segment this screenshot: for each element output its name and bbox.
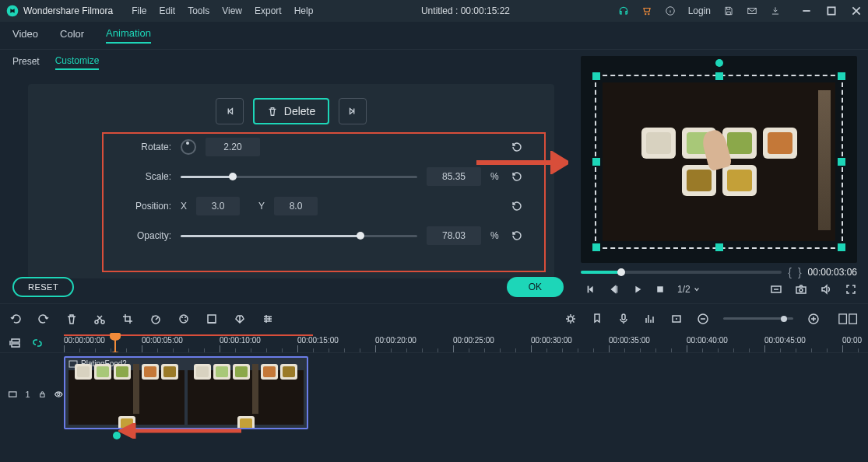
opacity-slider[interactable]: [181, 235, 417, 237]
delete-icon[interactable]: [65, 313, 78, 325]
adjust-icon[interactable]: [262, 313, 274, 325]
mail-icon[interactable]: [747, 5, 757, 16]
handle-mid-right[interactable]: [838, 158, 845, 166]
playback-progress[interactable]: [581, 271, 782, 274]
rotate-reset-icon[interactable]: [511, 141, 523, 153]
mark-out-icon[interactable]: }: [798, 266, 802, 278]
snapshot-icon[interactable]: [795, 283, 807, 296]
window-close-button[interactable]: [851, 5, 862, 16]
rotate-handle[interactable]: [715, 59, 723, 67]
tab-video[interactable]: Video: [12, 28, 38, 43]
video-track: 1 PlatingFood2: [0, 353, 868, 436]
handle-mid-left[interactable]: [592, 158, 600, 166]
fullscreen-icon[interactable]: [845, 283, 857, 296]
track-lock-icon[interactable]: [38, 390, 47, 399]
zoom-out-icon[interactable]: [697, 313, 709, 325]
step-back-button[interactable]: [585, 284, 596, 295]
menu-edit[interactable]: Edit: [160, 5, 176, 16]
menu-tools[interactable]: Tools: [188, 5, 209, 16]
redo-icon[interactable]: [37, 313, 50, 325]
mark-in-icon[interactable]: {: [788, 266, 792, 278]
video-clip[interactable]: PlatingFood2: [64, 356, 308, 429]
zoom-in-icon[interactable]: [807, 313, 820, 325]
timeline-toolbar: [0, 303, 868, 333]
keyframe-next-button[interactable]: [339, 98, 367, 124]
svg-point-14: [184, 320, 186, 321]
quality-icon[interactable]: [770, 283, 782, 296]
track-link-icon[interactable]: [31, 337, 44, 349]
zoom-fit-icon[interactable]: [838, 313, 859, 325]
audio-mixer-icon[interactable]: [644, 313, 656, 325]
menu-bar: File Edit Tools View Export Help: [132, 5, 313, 16]
tab-animation[interactable]: Animation: [106, 27, 151, 44]
handle-top-left[interactable]: [592, 72, 600, 80]
menu-help[interactable]: Help: [294, 5, 314, 16]
keyframe-icon[interactable]: [670, 313, 683, 325]
delete-button[interactable]: Delete: [253, 98, 329, 124]
position-x-input[interactable]: [196, 197, 240, 215]
subtab-customize[interactable]: Customize: [55, 55, 100, 70]
scale-slider[interactable]: [181, 176, 417, 178]
render-icon[interactable]: [564, 313, 577, 325]
split-icon[interactable]: [93, 313, 106, 325]
keyframe-prev-button[interactable]: [216, 98, 244, 124]
save-icon[interactable]: [723, 5, 734, 16]
subtab-preset[interactable]: Preset: [12, 56, 40, 69]
voiceover-icon[interactable]: [617, 313, 630, 325]
crop-icon[interactable]: [121, 313, 134, 325]
svg-rect-2: [748, 9, 757, 14]
timeline-ruler[interactable]: 00:00:00:0000:00:05:0000:00:10:0000:00:1…: [0, 333, 868, 353]
opacity-input[interactable]: [427, 226, 481, 245]
window-maximize-button[interactable]: [826, 5, 837, 16]
preview-zoom-select[interactable]: 1/2: [677, 284, 700, 295]
scale-reset-icon[interactable]: [511, 170, 523, 183]
undo-icon[interactable]: [9, 313, 22, 325]
volume-icon[interactable]: [820, 283, 832, 296]
menu-export[interactable]: Export: [255, 5, 282, 16]
menu-view[interactable]: View: [222, 5, 242, 16]
scale-input[interactable]: [427, 167, 481, 186]
handle-mid-bottom[interactable]: [715, 243, 723, 251]
handle-bottom-right[interactable]: [838, 243, 845, 251]
timeline-zoom-slider[interactable]: [723, 317, 793, 320]
opacity-label: Opacity:: [121, 230, 171, 241]
window-minimize-button[interactable]: [801, 5, 812, 16]
handle-bottom-left[interactable]: [592, 243, 600, 251]
tab-color[interactable]: Color: [60, 28, 84, 43]
login-button[interactable]: Login: [688, 5, 711, 16]
info-icon[interactable]: [665, 5, 676, 16]
color-icon[interactable]: [177, 313, 190, 325]
position-reset-icon[interactable]: [511, 200, 523, 212]
ok-button[interactable]: OK: [507, 277, 564, 297]
rotate-input[interactable]: [206, 138, 260, 156]
speed-icon[interactable]: [149, 313, 162, 325]
greenscreen-icon[interactable]: [206, 313, 218, 325]
rotate-label: Rotate:: [121, 142, 171, 152]
download-icon[interactable]: [770, 5, 781, 16]
marker-icon[interactable]: [591, 313, 603, 325]
play-button[interactable]: [632, 284, 643, 295]
menu-file[interactable]: File: [132, 5, 146, 16]
handle-mid-top[interactable]: [715, 72, 723, 80]
track-manage-icon[interactable]: [9, 337, 22, 349]
reset-button[interactable]: RESET: [12, 277, 74, 297]
opacity-reset-icon[interactable]: [511, 229, 523, 242]
mask-icon[interactable]: [234, 313, 246, 325]
playhead[interactable]: [114, 333, 116, 352]
support-icon[interactable]: [618, 5, 629, 16]
handle-top-right[interactable]: [838, 72, 845, 80]
selection-box[interactable]: [595, 75, 843, 249]
app-name: Wondershare Filmora: [23, 5, 113, 16]
document-title: Untitled : 00:00:15:22: [313, 5, 617, 16]
svg-point-8: [95, 320, 98, 324]
preview-viewport[interactable]: [581, 56, 857, 263]
rotate-knob[interactable]: [181, 139, 196, 155]
track-visibility-icon[interactable]: [54, 389, 64, 400]
position-y-input[interactable]: [274, 197, 318, 215]
play-backward-button[interactable]: [609, 284, 620, 295]
stop-button[interactable]: [655, 285, 665, 294]
svg-point-13: [184, 317, 186, 318]
cart-icon[interactable]: [641, 5, 652, 16]
svg-rect-24: [12, 339, 19, 342]
keyframe-marker[interactable]: [111, 430, 122, 441]
